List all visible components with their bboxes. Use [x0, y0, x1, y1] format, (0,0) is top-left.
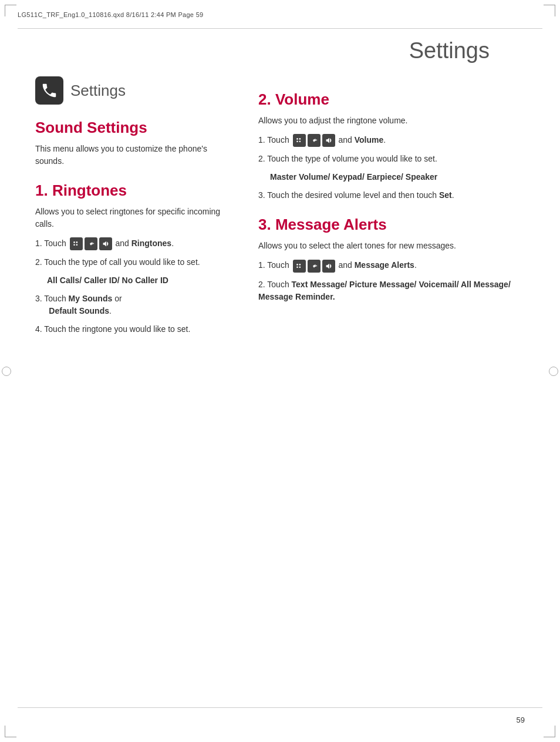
volume-step3-bold: Set	[439, 190, 452, 200]
ringtones-step4: 4. Touch the ringtone you would like to …	[35, 323, 235, 335]
right-column: 2. Volume Allows you to adjust the ringt…	[258, 76, 525, 695]
svg-point-8	[296, 264, 298, 266]
svg-point-5	[299, 138, 301, 140]
svg-point-4	[296, 138, 298, 140]
ma-gear-icon	[310, 262, 318, 270]
page-number: 59	[517, 716, 525, 724]
message-alerts-title: 3. Message Alerts	[258, 216, 525, 234]
svg-point-7	[299, 141, 301, 143]
crop-mark-br	[544, 726, 555, 737]
svg-point-11	[299, 266, 301, 268]
reg-mark-right	[549, 367, 558, 376]
message-alerts-step1-prefix: 1. Touch	[258, 260, 289, 270]
file-info: LG511C_TRF_Eng1.0_110816.qxd 8/16/11 2:4…	[18, 11, 203, 18]
ma-icon-dots	[293, 260, 306, 273]
v-icon-dots	[293, 134, 306, 147]
settings-icon-box	[35, 76, 63, 105]
volume-description: Allows you to adjust the ringtone volume…	[258, 115, 525, 127]
icon-gear	[85, 237, 97, 250]
settings-header: Settings	[35, 76, 235, 105]
message-alerts-description: Allows you to select the alert tones for…	[258, 240, 525, 252]
volume-step3: 3. Touch the desired volume level and th…	[258, 189, 525, 202]
volume-title: 2. Volume	[258, 90, 525, 109]
v-speaker-icon	[325, 136, 333, 145]
ringtones-step3: 3. Touch My Sounds or Default Sounds.	[35, 293, 235, 317]
settings-label: Settings	[70, 82, 126, 100]
v-icon-gear	[308, 134, 321, 147]
left-column: Settings Sound Settings This menu allows…	[35, 76, 235, 695]
message-alerts-step1-and: and	[338, 260, 354, 270]
message-alerts-step2: 2. Touch Text Message/ Picture Message/ …	[258, 278, 525, 303]
gear-icon	[87, 240, 95, 248]
v-gear-icon	[310, 136, 318, 145]
v-icon-speaker	[322, 134, 335, 147]
ringtones-title: 1. Ringtones	[35, 182, 235, 200]
svg-point-2	[73, 244, 75, 246]
ringtones-step1-icons	[70, 237, 112, 250]
dots-icon	[72, 240, 80, 248]
settings-phone-icon	[41, 82, 58, 99]
volume-step1-bold: Volume	[355, 135, 384, 145]
ringtones-step1: 1. Touch	[35, 237, 235, 250]
ma-dots-icon	[295, 262, 303, 270]
ringtones-description: Allows you to select ringtones for speci…	[35, 206, 235, 230]
svg-point-6	[296, 141, 298, 143]
top-reg-line	[18, 28, 542, 29]
ringtones-step1-and: and	[115, 239, 131, 248]
ringtones-step3-prefix: 3. Touch	[35, 294, 66, 303]
volume-step2: 2. Touch the type of volume you would li…	[258, 153, 525, 165]
ringtones-step3-or: or	[114, 294, 122, 303]
svg-point-1	[76, 241, 77, 243]
ma-icon-speaker	[322, 260, 335, 273]
ringtones-step1-prefix: 1. Touch	[35, 239, 66, 248]
svg-point-3	[76, 244, 77, 246]
header-bar: LG511C_TRF_Eng1.0_110816.qxd 8/16/11 2:4…	[0, 0, 560, 29]
volume-step2-sub: Master Volume/ Keypad/ Earpiece/ Speaker	[270, 171, 525, 183]
sound-settings-description: This menu allows you to customize the ph…	[35, 143, 235, 167]
content-area: Settings Sound Settings This menu allows…	[35, 76, 525, 695]
svg-point-0	[73, 241, 75, 243]
ringtones-step2: 2. Touch the type of call you would like…	[35, 256, 235, 268]
ringtones-step1-bold: Ringtones	[131, 239, 171, 248]
volume-step1: 1. Touch	[258, 134, 525, 147]
speaker-icon	[102, 240, 110, 248]
message-alerts-step1-bold: Message Alerts	[355, 260, 414, 270]
volume-step1-prefix: 1. Touch	[258, 135, 289, 145]
message-alerts-step1-icons	[293, 260, 335, 273]
message-alerts-step2-prefix: 2. Touch	[258, 280, 289, 289]
svg-point-10	[296, 266, 298, 268]
crop-mark-bl	[5, 726, 16, 737]
volume-step1-icons	[293, 134, 335, 147]
ringtones-step3-bold1: My Sounds	[69, 294, 113, 303]
volume-step3-prefix: 3. Touch the desired volume level and th…	[258, 190, 437, 200]
svg-point-9	[299, 264, 301, 266]
reg-mark-left	[2, 367, 11, 376]
page-title: Settings	[0, 32, 525, 63]
icon-dots	[70, 237, 83, 250]
message-alerts-step1: 1. Touch	[258, 259, 525, 272]
ma-icon-gear	[308, 260, 321, 273]
ringtones-step2-sub: All Calls/ Caller ID/ No Caller ID	[47, 274, 235, 287]
ringtones-step2-text: 2. Touch the type of call you would like…	[35, 257, 200, 267]
ringtones-step3-newline	[35, 306, 46, 315]
message-alerts-step2-bold: Text Message/ Picture Message/ Voicemail…	[258, 280, 511, 301]
v-dots-icon	[295, 136, 303, 145]
ma-speaker-icon	[325, 262, 333, 270]
icon-speaker	[99, 237, 112, 250]
bottom-reg-line	[18, 707, 542, 708]
ringtones-step3-bold2: Default Sounds	[49, 306, 109, 315]
volume-step1-and: and	[338, 135, 354, 145]
sound-settings-title: Sound Settings	[35, 119, 235, 137]
